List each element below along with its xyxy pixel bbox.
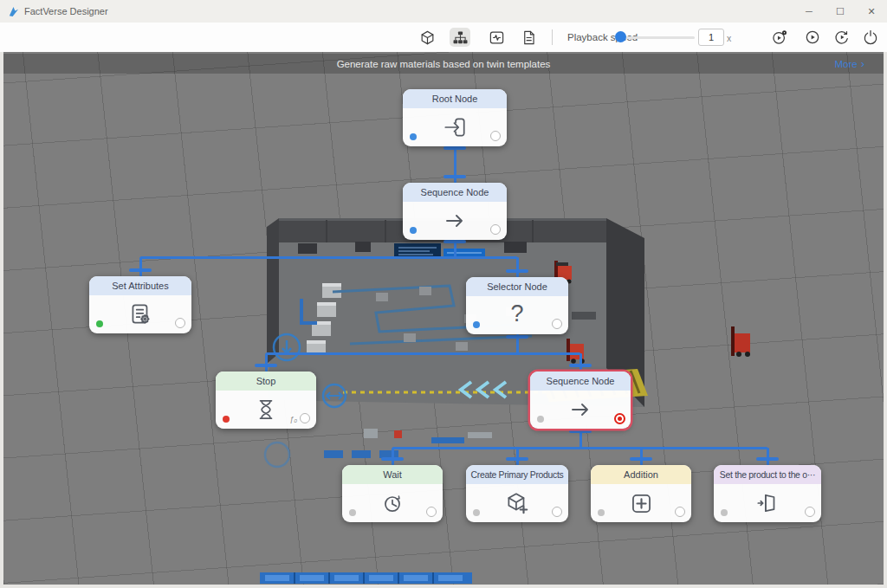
node-port[interactable]	[175, 318, 185, 328]
tree-connector	[140, 256, 517, 259]
node-title: Root Node	[432, 94, 478, 104]
status-dot	[410, 133, 417, 140]
status-dot	[223, 416, 230, 423]
play-icon[interactable]	[802, 28, 823, 47]
node-title: Set Attributes	[112, 281, 168, 291]
titlebar: FactVerse Designer ─ ☐ ✕	[0, 0, 887, 23]
status-dot	[473, 321, 480, 328]
playback-speed-knob[interactable]	[615, 31, 626, 42]
script-view-icon[interactable]	[486, 28, 507, 47]
playback-speed-input[interactable]	[698, 29, 724, 46]
status-dot	[473, 509, 480, 516]
app-logo-icon	[8, 6, 19, 17]
hourglass-icon	[255, 397, 277, 422]
node-port[interactable]	[490, 131, 501, 141]
tree-connector	[444, 240, 466, 243]
node-port[interactable]	[805, 507, 815, 517]
node-port[interactable]	[300, 413, 310, 423]
node-title: Wait	[383, 469, 402, 480]
node-body	[403, 108, 507, 146]
node-root[interactable]: Root Node	[403, 89, 507, 146]
tree-connector	[640, 448, 643, 465]
status-dot	[410, 227, 417, 234]
app-title: FactVerse Designer	[24, 6, 108, 16]
tree-connector	[506, 335, 528, 339]
node-header: Stop	[216, 372, 316, 391]
node-body	[403, 202, 507, 240]
cube-view-icon[interactable]	[417, 28, 437, 47]
node-body	[216, 391, 316, 429]
close-button[interactable]: ✕	[856, 0, 887, 23]
node-port[interactable]	[426, 507, 437, 517]
tree-connector	[392, 448, 394, 465]
tree-connector	[265, 353, 268, 372]
arrow-right-icon	[567, 399, 593, 420]
document-gear-icon	[127, 302, 153, 326]
tree-connector	[444, 175, 466, 178]
node-sequence-2-selected[interactable]: Sequence Node	[530, 372, 631, 429]
tree-connector	[630, 457, 652, 461]
tree-connector	[255, 364, 277, 367]
node-body	[89, 295, 191, 333]
node-header: Create Primary Products	[466, 465, 568, 484]
tree-connector	[579, 353, 582, 372]
node-title: Create Primary Products	[471, 470, 564, 480]
maximize-button[interactable]: ☐	[825, 0, 856, 23]
replay-icon[interactable]	[832, 28, 852, 47]
node-set-product-output[interactable]: Set the product to the o···	[714, 465, 821, 522]
node-title: Addition	[624, 469, 658, 480]
node-port[interactable]	[675, 507, 685, 517]
power-icon[interactable]	[860, 28, 881, 47]
node-create-primary-products[interactable]: Create Primary Products	[466, 465, 568, 522]
node-port[interactable]	[552, 507, 562, 517]
node-title: Selector Node	[487, 281, 547, 292]
node-selector[interactable]: Selector Node ?	[466, 277, 568, 334]
node-title: Set the product to the o···	[720, 470, 815, 480]
tree-connector	[756, 457, 779, 461]
tree-connector	[129, 268, 152, 272]
tree-connector	[506, 457, 528, 461]
node-wait[interactable]: Wait	[342, 465, 443, 522]
node-header: Set the product to the o···	[714, 465, 821, 484]
node-header: Wait	[342, 465, 443, 484]
node-stop[interactable]: Stop ƒ₀	[216, 372, 316, 429]
toolbar-separator	[552, 29, 553, 45]
more-link[interactable]: More ›	[834, 54, 864, 74]
node-header: Addition	[591, 465, 691, 484]
tree-connector	[506, 269, 528, 273]
node-addition[interactable]: Addition	[591, 465, 691, 522]
tree-connector	[569, 430, 592, 433]
minimize-button[interactable]: ─	[793, 0, 825, 23]
task-banner-message: Generate raw materials based on twin tem…	[337, 59, 551, 69]
arrow-right-icon	[442, 210, 468, 231]
document-view-icon[interactable]	[518, 28, 539, 47]
node-body	[466, 484, 568, 522]
node-set-attributes[interactable]: Set Attributes	[89, 276, 191, 333]
status-dot	[349, 509, 356, 516]
node-header: Set Attributes	[89, 276, 191, 295]
node-body	[591, 484, 691, 522]
breakpoint-indicator[interactable]	[614, 413, 625, 424]
node-header: Selector Node	[466, 277, 568, 296]
tree-connector	[767, 448, 769, 465]
behavior-tree-view-icon[interactable]	[450, 28, 470, 47]
timer-icon	[380, 491, 405, 515]
node-port[interactable]	[552, 319, 562, 329]
task-banner: Generate raw materials based on twin tem…	[3, 54, 884, 74]
node-port[interactable]	[490, 224, 501, 235]
node-title: Sequence Node	[421, 187, 489, 197]
window-controls: ─ ☐ ✕	[793, 0, 887, 23]
tree-connector	[392, 447, 767, 449]
editor-canvas[interactable]: Generate raw materials based on twin tem…	[0, 52, 887, 588]
tree-connector	[569, 364, 592, 367]
playback-speed-track[interactable]	[618, 36, 695, 39]
node-title: Stop	[256, 376, 276, 386]
plus-square-icon	[630, 492, 653, 515]
playback-speed-unit: x	[727, 33, 731, 43]
node-body	[342, 484, 443, 522]
status-dot	[598, 509, 605, 516]
node-body	[714, 484, 821, 522]
door-exit-icon	[754, 492, 780, 514]
play-status-icon[interactable]	[769, 28, 790, 47]
node-sequence-1[interactable]: Sequence Node	[403, 183, 507, 240]
